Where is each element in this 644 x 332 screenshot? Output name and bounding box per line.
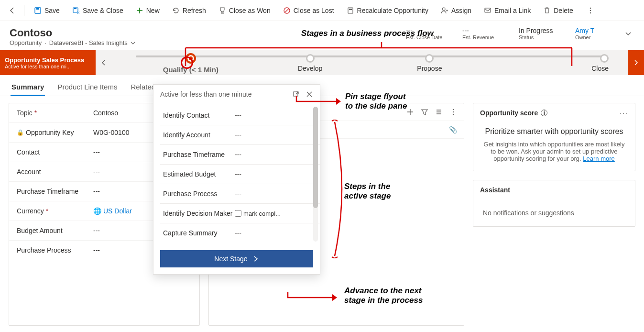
assistant-card: Assistant No notifications or suggestion… [473, 180, 635, 227]
step-purchase-timeframe[interactable]: Purchase Timeframe --- [160, 145, 320, 165]
opportunity-score-card: Opportunity score i ··· Prioritize smart… [473, 103, 635, 171]
info-icon[interactable]: i [541, 110, 547, 116]
back-button[interactable] [6, 7, 19, 14]
view-name[interactable]: DataverseBI - Sales Insights [49, 39, 128, 46]
more-icon[interactable] [449, 108, 457, 116]
next-stage-button[interactable]: Next Stage [160, 250, 313, 267]
owner-field[interactable]: Amy T Owner [575, 27, 618, 40]
step-estimated-budget[interactable]: Estimated Budget --- [160, 165, 320, 184]
attach-icon[interactable]: 📎 [449, 126, 457, 133]
close-lost-button[interactable]: Close as Lost [278, 4, 339, 17]
tab-related[interactable]: Related [130, 80, 156, 96]
trophy-icon [218, 7, 226, 14]
assign-button[interactable]: Assign [436, 4, 476, 17]
stage-qualify[interactable]: Qualify (< 1 Min) [131, 52, 251, 74]
assistant-title: Assistant [480, 186, 510, 194]
close-lost-label: Close as Lost [294, 7, 334, 14]
save-close-label: Save & Close [83, 7, 123, 14]
learn-more-link[interactable]: Learn more [583, 155, 614, 162]
delete-label: Delete [554, 7, 573, 14]
new-label: New [146, 7, 160, 14]
svg-rect-6 [349, 9, 352, 10]
bpf-scroll-right[interactable] [628, 50, 644, 75]
card-menu[interactable]: ··· [620, 109, 628, 117]
add-icon[interactable] [406, 108, 414, 116]
assistant-body: No notifications or suggestions [473, 199, 635, 226]
header-expand-button[interactable] [622, 27, 634, 40]
main-content: Topic* Contoso 🔒Opportunity Key W0G-0010… [0, 96, 644, 332]
tab-summary[interactable]: Summary [11, 80, 45, 96]
mail-icon [484, 7, 491, 14]
svg-point-9 [589, 7, 591, 9]
entity-label: Opportunity [10, 39, 42, 46]
svg-rect-1 [36, 8, 39, 10]
flyout-scrollbar[interactable] [313, 107, 318, 242]
stage-dot-icon [186, 53, 196, 64]
recalc-button[interactable]: Recalculate Opportunity [342, 4, 433, 17]
save-button[interactable]: Save [29, 4, 65, 17]
plus-icon [136, 7, 143, 14]
close-date-field[interactable]: --- Est. Close Date [406, 27, 449, 40]
status-field[interactable]: In Progress Status [519, 27, 562, 40]
calculator-icon [347, 7, 354, 14]
svg-point-13 [453, 111, 454, 112]
breadcrumb: Opportunity · DataverseBI - Sales Insigh… [10, 39, 135, 46]
svg-rect-8 [485, 8, 491, 12]
step-identify-account[interactable]: Identify Account --- [160, 125, 320, 145]
bpf-bar: Opportunity Sales Process Active for les… [0, 50, 644, 75]
process-status: Active for less than one mi... [5, 64, 91, 69]
svg-point-7 [442, 8, 445, 11]
step-identify-contact[interactable]: Identify Contact --- [160, 106, 320, 125]
flyout-title: Active for less than one minute [160, 90, 251, 98]
bpf-scroll-left[interactable] [96, 50, 112, 75]
save-label: Save [44, 7, 60, 14]
step-capture-summary[interactable]: Capture Summary --- [160, 223, 320, 243]
email-label: Email a Link [494, 7, 531, 14]
bpf-track: Qualify (< 1 Min) Develop Propose Close [112, 50, 628, 75]
next-stage-label: Next Stage [214, 255, 247, 263]
svg-rect-15 [294, 92, 298, 96]
svg-point-10 [589, 10, 591, 11]
svg-point-12 [453, 109, 454, 110]
stage-dot-icon [425, 54, 434, 63]
pin-icon[interactable] [292, 90, 300, 98]
svg-point-11 [589, 12, 591, 13]
stage-propose[interactable]: Propose [370, 53, 490, 72]
stage-flyout: Active for less than one minute Identify… [153, 84, 320, 275]
svg-rect-3 [74, 8, 76, 9]
score-heading: Prioritize smarter with opportunity scor… [482, 127, 626, 136]
new-button[interactable]: New [131, 4, 164, 17]
card-title: Opportunity score [480, 109, 538, 117]
process-name: Opportunity Sales Process [5, 56, 91, 64]
command-bar: Save Save & Close New Refresh Close as W… [0, 0, 644, 21]
email-link-button[interactable]: Email a Link [479, 4, 535, 17]
close-won-label: Close as Won [229, 7, 271, 14]
refresh-button[interactable]: Refresh [167, 4, 211, 17]
step-decision-maker[interactable]: Identify Decision Maker mark compl... [160, 204, 320, 223]
close-icon[interactable] [306, 90, 313, 98]
revenue-field[interactable]: --- Est. Revenue [462, 27, 505, 40]
refresh-icon [172, 7, 180, 14]
save-close-button[interactable]: Save & Close [67, 4, 128, 17]
recalc-label: Recalculate Opportunity [357, 7, 428, 14]
prohibit-icon [283, 7, 291, 14]
stage-develop[interactable]: Develop [251, 53, 370, 72]
svg-rect-5 [348, 8, 353, 13]
stage-dot-icon [306, 54, 315, 63]
close-won-button[interactable]: Close as Won [214, 4, 275, 17]
stage-close[interactable]: Close [489, 53, 609, 72]
filter-icon[interactable] [421, 108, 428, 116]
process-badge[interactable]: Opportunity Sales Process Active for les… [0, 50, 96, 75]
overflow-button[interactable] [584, 4, 597, 17]
svg-point-14 [453, 114, 454, 115]
chevron-down-icon [131, 41, 135, 45]
lock-icon: 🔒 [17, 129, 24, 136]
list-icon[interactable] [435, 108, 443, 116]
mark-complete-checkbox[interactable] [235, 210, 241, 217]
step-purchase-process[interactable]: Purchase Process --- [160, 184, 320, 204]
delete-button[interactable]: Delete [538, 4, 578, 17]
tabs: Summary Product Line Items Related [0, 75, 644, 96]
trash-icon [543, 7, 551, 14]
tab-line-items[interactable]: Product Line Items [56, 80, 118, 96]
refresh-label: Refresh [183, 7, 206, 14]
